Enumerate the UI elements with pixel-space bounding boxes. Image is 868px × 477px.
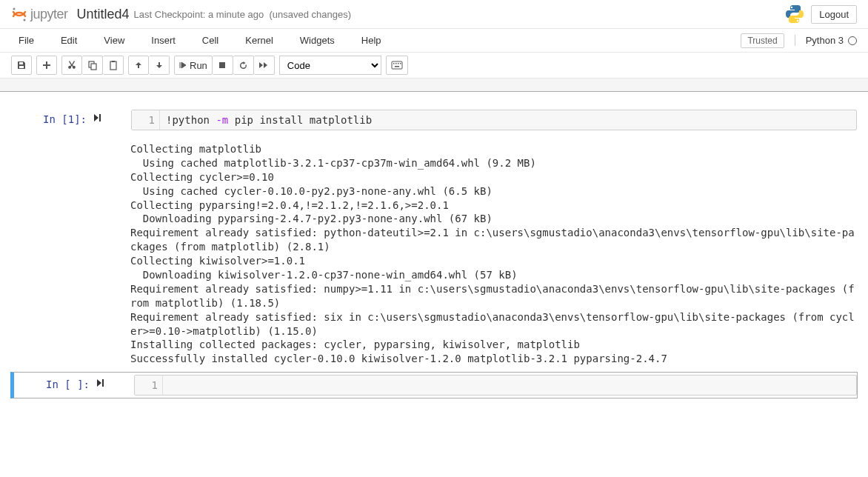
menu-widgets[interactable]: Widgets <box>293 30 342 50</box>
cut-button[interactable] <box>61 56 82 75</box>
run-icon <box>179 61 187 69</box>
output-row: Collecting matplotlib Using cached matpl… <box>10 136 858 372</box>
code-cell[interactable]: In [ ]: 1 <box>10 372 858 398</box>
add-cell-button[interactable] <box>36 56 57 75</box>
fast-forward-icon <box>258 61 269 69</box>
code-content[interactable] <box>163 376 856 395</box>
stop-icon <box>218 61 226 69</box>
svg-point-1 <box>24 19 26 21</box>
input-area[interactable]: 1 <box>134 375 857 396</box>
menu-help[interactable]: Help <box>354 30 389 50</box>
kernel-status-icon <box>848 36 857 45</box>
toolbar: Run Code <box>0 53 868 79</box>
logo[interactable]: jupyter <box>11 6 68 22</box>
svg-rect-9 <box>392 61 402 69</box>
restart-icon <box>238 61 248 70</box>
menubar: File Edit View Insert Cell Kernel Widget… <box>0 29 868 53</box>
trusted-indicator[interactable]: Trusted <box>741 33 784 48</box>
interrupt-button[interactable] <box>213 56 233 75</box>
arrow-down-icon <box>155 61 164 70</box>
kernel-label: Python 3 <box>806 35 844 46</box>
logo-text: jupyter <box>30 7 68 22</box>
line-number: 1 <box>132 110 160 130</box>
move-up-button[interactable] <box>128 56 149 75</box>
restart-run-all-button[interactable] <box>254 56 275 75</box>
menu-insert[interactable]: Insert <box>144 30 183 50</box>
input-area[interactable]: 1 !python -m pip install matplotlib <box>131 110 857 130</box>
step-forward-icon[interactable] <box>96 378 104 387</box>
checkpoint-text: Last Checkpoint: a minute ago (unsaved c… <box>134 9 351 20</box>
svg-rect-6 <box>110 61 116 70</box>
cell-output: Collecting matplotlib Using cached matpl… <box>130 136 858 372</box>
arrow-up-icon <box>134 61 143 70</box>
menu-edit[interactable]: Edit <box>53 30 84 50</box>
notebook-container: In [1]: 1 !python -m pip install matplot… <box>0 92 868 416</box>
save-icon <box>16 60 27 70</box>
menu-kernel[interactable]: Kernel <box>238 30 281 50</box>
code-content[interactable]: !python -m pip install matplotlib <box>160 110 856 130</box>
plus-icon <box>42 61 51 70</box>
input-prompt: In [ ]: <box>14 375 96 396</box>
cut-icon <box>67 60 77 70</box>
line-number: 1 <box>135 376 163 395</box>
svg-rect-12 <box>398 63 399 64</box>
save-button[interactable] <box>11 56 32 75</box>
svg-rect-8 <box>219 62 225 68</box>
cell-run-icon-col <box>96 375 134 396</box>
svg-rect-13 <box>400 63 401 64</box>
svg-rect-5 <box>91 64 96 70</box>
run-label: Run <box>190 60 207 71</box>
menu-file[interactable]: File <box>11 30 41 50</box>
header: jupyter Untitled4 Last Checkpoint: a min… <box>0 0 868 29</box>
step-forward-icon[interactable] <box>93 113 101 122</box>
svg-rect-14 <box>395 66 399 67</box>
paste-icon <box>108 60 118 70</box>
menu-cell[interactable]: Cell <box>195 30 226 50</box>
command-palette-button[interactable] <box>386 56 408 75</box>
logout-button[interactable]: Logout <box>811 5 857 24</box>
keyboard-icon <box>391 61 403 70</box>
svg-rect-10 <box>393 63 395 64</box>
paste-button[interactable] <box>103 56 124 75</box>
menu-view[interactable]: View <box>96 30 132 50</box>
kernel-indicator[interactable]: Python 3 <box>795 35 857 46</box>
python-icon <box>784 4 805 24</box>
restart-button[interactable] <box>233 56 254 75</box>
copy-icon <box>87 60 98 70</box>
cell-run-icon-col <box>93 110 131 130</box>
svg-point-0 <box>13 8 16 10</box>
svg-point-3 <box>797 20 798 21</box>
run-button[interactable]: Run <box>174 56 213 75</box>
input-prompt: In [1]: <box>11 110 93 130</box>
svg-point-2 <box>791 7 792 8</box>
code-cell[interactable]: In [1]: 1 !python -m pip install matplot… <box>10 107 858 133</box>
notebook-title[interactable]: Untitled4 <box>77 7 130 22</box>
notebook-shadow <box>0 79 868 92</box>
jupyter-icon <box>11 6 27 22</box>
copy-button[interactable] <box>82 56 103 75</box>
svg-rect-7 <box>112 61 115 62</box>
cell-type-select[interactable]: Code <box>279 56 381 75</box>
move-down-button[interactable] <box>149 56 170 75</box>
svg-rect-11 <box>395 63 397 64</box>
